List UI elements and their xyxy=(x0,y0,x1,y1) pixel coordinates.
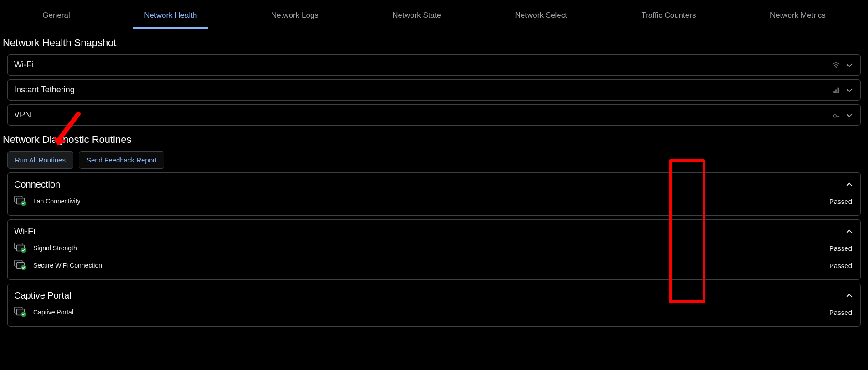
chevron-up-icon xyxy=(845,291,854,300)
routine-group-header[interactable]: Wi-Fi xyxy=(14,224,854,239)
routine-status: Passed xyxy=(829,262,854,269)
routine-status: Passed xyxy=(829,309,854,316)
routine-group-header[interactable]: Connection xyxy=(14,177,854,193)
tab-network-state[interactable]: Network State xyxy=(381,4,452,29)
routine-group-connection: Connection Lan Connectivity Passed xyxy=(7,172,861,216)
routine-group-title: Captive Portal xyxy=(14,290,72,301)
key-icon xyxy=(832,111,840,119)
routine-name: Secure WiFi Connection xyxy=(33,262,102,269)
tab-traffic-counters[interactable]: Traffic Counters xyxy=(630,4,707,29)
snapshot-heading: Network Health Snapshot xyxy=(3,37,865,49)
chevron-down-icon xyxy=(845,111,854,120)
send-feedback-button[interactable]: Send Feedback Report xyxy=(79,151,164,169)
routine-row: Signal Strength Passed xyxy=(14,239,854,257)
routine-group-title: Connection xyxy=(14,179,60,190)
chevron-down-icon xyxy=(845,86,854,95)
wifi-icon xyxy=(832,61,840,69)
tab-network-health[interactable]: Network Health xyxy=(133,4,208,29)
routine-name: Captive Portal xyxy=(33,309,73,316)
routines-heading: Network Diagnostic Routines xyxy=(3,134,865,146)
tab-bar: General Network Health Network Logs Netw… xyxy=(5,4,863,29)
routine-name: Lan Connectivity xyxy=(33,198,81,205)
pass-badge-icon xyxy=(14,259,27,271)
routine-group-title: Wi-Fi xyxy=(14,226,36,237)
run-all-routines-button[interactable]: Run All Routines xyxy=(7,151,73,169)
tab-network-metrics[interactable]: Network Metrics xyxy=(759,4,837,29)
routine-row: Secure WiFi Connection Passed xyxy=(14,257,854,274)
snapshot-panel-wifi[interactable]: Wi-Fi xyxy=(7,54,861,76)
chevron-down-icon xyxy=(845,61,854,70)
pass-badge-icon xyxy=(14,195,27,207)
routine-name: Signal Strength xyxy=(33,244,77,252)
pass-badge-icon xyxy=(14,242,27,254)
routine-status: Passed xyxy=(829,244,854,252)
routines-button-row: Run All Routines Send Feedback Report xyxy=(7,151,861,169)
snapshot-panel-label: Instant Tethering xyxy=(14,85,75,95)
snapshot-panel-tethering[interactable]: Instant Tethering xyxy=(7,79,861,101)
routine-group-captive-portal: Captive Portal Captive Portal Passed xyxy=(7,284,861,327)
pass-badge-icon xyxy=(14,306,27,318)
routine-row: Captive Portal Passed xyxy=(14,304,854,321)
routine-group-header[interactable]: Captive Portal xyxy=(14,289,854,304)
signal-icon xyxy=(832,86,840,94)
routine-group-wifi: Wi-Fi Signal Strength Passed Secure WiFi… xyxy=(7,219,861,280)
snapshot-panel-label: Wi-Fi xyxy=(14,60,33,70)
tab-general[interactable]: General xyxy=(31,4,81,29)
tab-network-select[interactable]: Network Select xyxy=(504,4,578,29)
snapshot-panel-label: VPN xyxy=(14,110,31,120)
routine-status: Passed xyxy=(829,198,854,205)
chevron-up-icon xyxy=(845,227,854,236)
tab-network-logs[interactable]: Network Logs xyxy=(260,4,329,29)
snapshot-panel-vpn[interactable]: VPN xyxy=(7,104,861,126)
routine-row: Lan Connectivity Passed xyxy=(14,193,854,210)
chevron-up-icon xyxy=(845,180,854,189)
